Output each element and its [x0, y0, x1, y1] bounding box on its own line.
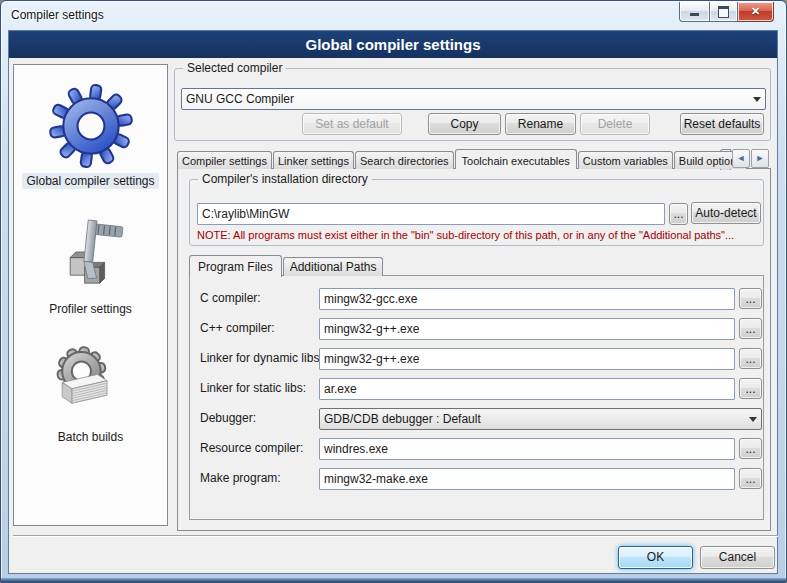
selected-compiler-group: Selected compiler GNU GCC Compiler Set a…	[174, 68, 771, 141]
copy-button[interactable]: Copy	[428, 113, 501, 135]
tab-strip: Compiler settingsLinker settingsSearch d…	[177, 145, 771, 169]
linker-for-dynamic-libs-input[interactable]	[319, 348, 735, 370]
dialog-client-area: Global compiler settings Global compiler…	[8, 30, 778, 574]
dropdown-arrow-icon	[753, 97, 761, 102]
titlebar[interactable]: Compiler settings ✕	[1, 1, 786, 30]
set-as-default-button: Set as default	[302, 113, 402, 135]
c-compiler-input[interactable]	[319, 318, 735, 340]
make-program-browse-button[interactable]: ...	[739, 468, 762, 489]
c-compiler-browse-button[interactable]: ...	[739, 288, 762, 309]
minimize-icon	[690, 13, 699, 16]
linker-for-static-libs-browse-button[interactable]: ...	[739, 378, 762, 399]
tab-search-directories[interactable]: Search directories	[355, 151, 454, 169]
cancel-button[interactable]: Cancel	[700, 546, 775, 569]
rename-button[interactable]: Rename	[505, 113, 576, 135]
window: Compiler settings ✕ Global compiler sett…	[0, 0, 787, 583]
tab-scroll-controls: ◄ ►	[731, 149, 769, 168]
linker-for-dynamic-libs-browse-button[interactable]: ...	[739, 348, 762, 369]
close-icon: ✕	[751, 5, 760, 18]
dialog-header-title: Global compiler settings	[305, 36, 480, 53]
installation-directory-group-label: Compiler's installation directory	[198, 172, 372, 186]
debugger-label: Debugger:	[200, 411, 256, 425]
make-program-label: Make program:	[200, 471, 281, 485]
tab-linker-settings[interactable]: Linker settings	[273, 151, 354, 169]
resource-compiler-label: Resource compiler:	[200, 441, 303, 455]
dialog-header: Global compiler settings	[9, 31, 777, 58]
sidebar-item-label: Profiler settings	[45, 301, 136, 317]
window-bottom-edge	[1, 578, 786, 582]
footer-divider	[13, 535, 778, 536]
gear-papers-icon	[51, 344, 131, 424]
make-program-input[interactable]	[319, 468, 735, 490]
sidebar-item-batch-builds[interactable]: Batch builds	[14, 321, 167, 449]
sidebar-item-label: Global compiler settings	[22, 173, 158, 189]
toolchain-executables-panel: Compiler's installation directory ... Au…	[177, 168, 771, 531]
dropdown-arrow-icon	[749, 417, 757, 422]
linker-for-static-libs-label: Linker for static libs:	[200, 381, 306, 395]
c-compiler-input[interactable]	[319, 288, 735, 310]
settings-category-list: Global compiler settingsProfiler setting…	[13, 64, 168, 526]
program-files-tab-strip: Program FilesAdditional Paths	[189, 253, 384, 276]
tab-scroll-left-button[interactable]: ◄	[732, 149, 750, 168]
debugger-select[interactable]: GDB/CDB debugger : Default	[319, 408, 762, 430]
caliper-icon	[51, 216, 131, 296]
linker-for-static-libs-input[interactable]	[319, 378, 735, 400]
linker-for-dynamic-libs-label: Linker for dynamic libs:	[200, 351, 323, 365]
sidebar-item-label: Batch builds	[54, 429, 127, 445]
scroll-right-icon: ►	[756, 154, 765, 163]
selected-compiler-group-label: Selected compiler	[183, 61, 286, 75]
c-compiler-label: C++ compiler:	[200, 321, 275, 335]
compiler-select[interactable]: GNU GCC Compiler	[181, 88, 766, 110]
compiler-select-value: GNU GCC Compiler	[186, 92, 749, 106]
window-title: Compiler settings	[11, 8, 104, 22]
tab-scroll-right-button[interactable]: ►	[751, 149, 769, 168]
resource-compiler-input[interactable]	[319, 438, 735, 460]
c-compiler-browse-button[interactable]: ...	[739, 318, 762, 339]
installation-directory-input[interactable]	[197, 203, 665, 225]
installation-directory-browse-button[interactable]: ...	[669, 203, 688, 225]
sidebar-item-global-compiler-settings[interactable]: Global compiler settings	[14, 65, 167, 193]
subtab-additional-paths[interactable]: Additional Paths	[283, 257, 384, 276]
delete-button: Delete	[580, 113, 650, 135]
tab-compiler-settings[interactable]: Compiler settings	[177, 151, 272, 169]
subtab-program-files[interactable]: Program Files	[189, 255, 282, 277]
reset-defaults-button[interactable]: Reset defaults	[680, 113, 764, 135]
ok-button[interactable]: OK	[618, 546, 693, 569]
installation-directory-group: Compiler's installation directory ... Au…	[189, 179, 764, 246]
minimize-button[interactable]	[679, 2, 709, 22]
sidebar-item-profiler-settings[interactable]: Profiler settings	[14, 193, 167, 321]
auto-detect-button[interactable]: Auto-detect	[691, 202, 761, 224]
c-compiler-label: C compiler:	[200, 291, 261, 305]
tab-custom-variables[interactable]: Custom variables	[578, 151, 673, 169]
blue-gear-icon	[49, 84, 133, 168]
bin-subdirectory-note: NOTE: All programs must exist either in …	[197, 229, 734, 241]
window-controls: ✕	[679, 2, 774, 22]
maximize-icon	[718, 6, 729, 18]
tab-toolchain-executables[interactable]: Toolchain executables	[455, 149, 577, 169]
close-button[interactable]: ✕	[738, 2, 774, 22]
debugger-select-value: GDB/CDB debugger : Default	[324, 412, 745, 426]
program-files-panel: C compiler:...C++ compiler:...Linker for…	[189, 275, 764, 520]
scroll-left-icon: ◄	[737, 154, 746, 163]
resource-compiler-browse-button[interactable]: ...	[739, 438, 762, 459]
maximize-button[interactable]	[709, 2, 738, 22]
